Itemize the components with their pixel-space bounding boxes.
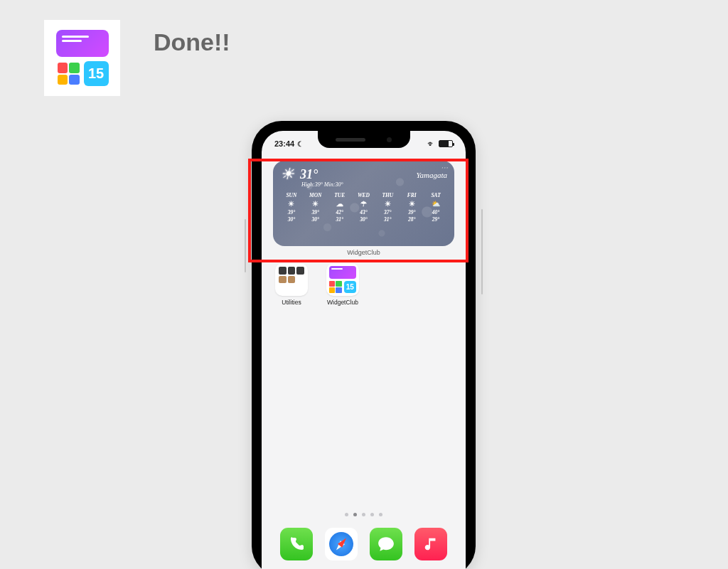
- forecast-day: MON☀39°30°: [304, 192, 327, 223]
- forecast-day: SAT⛅40°29°: [424, 192, 447, 223]
- speaker-icon: [336, 138, 365, 142]
- safari-app[interactable]: [325, 528, 358, 560]
- forecast-day: TUE☁42°31°: [328, 192, 351, 223]
- widgetclub-label: WidgetClub: [324, 299, 361, 306]
- phone-side-button-right: [481, 209, 483, 294]
- forecast-day: THU☀37°31°: [376, 192, 399, 223]
- calendar-icon: 15: [84, 61, 109, 86]
- weather-hilo: High:39° Min:30°: [301, 181, 447, 188]
- grid-icon: [329, 281, 342, 294]
- status-time: 23:44: [274, 139, 294, 148]
- page-dot[interactable]: [353, 513, 357, 516]
- wifi-icon: ᯤ: [427, 139, 435, 148]
- phone-frame: 23:44 ☾ ᯤ ⋯ ☀ 31° Yamagata High:39° Min:…: [252, 121, 476, 569]
- messages-app[interactable]: [370, 528, 402, 560]
- widget-banner-icon: [329, 266, 356, 279]
- grid-icon: [56, 61, 81, 86]
- weather-current-temp: 31°: [300, 167, 318, 182]
- figure-app-icon: 15: [44, 20, 120, 96]
- forecast-day: FRI☀39°28°: [400, 192, 423, 223]
- widget-banner-icon: [56, 30, 109, 57]
- calendar-icon: 15: [344, 281, 357, 294]
- widget-subicons: 15: [56, 61, 109, 86]
- utilities-label: Utilities: [273, 299, 310, 306]
- weather-widget[interactable]: ⋯ ☀ 31° Yamagata High:39° Min:30° SUN☀39…: [273, 161, 454, 246]
- widgetclub-app[interactable]: 15 WidgetClub: [324, 263, 361, 306]
- weather-city: Yamagata: [416, 171, 447, 179]
- page-dot[interactable]: [379, 513, 382, 516]
- forecast-day: WED☂43°30°: [353, 192, 375, 223]
- weather-forecast-row: SUN☀39°30°MON☀39°30°TUE☁42°31°WED☂43°30°…: [280, 192, 447, 223]
- page-dot[interactable]: [370, 513, 374, 516]
- do-not-disturb-icon: ☾: [297, 140, 304, 148]
- dock: [262, 525, 466, 569]
- page-dot[interactable]: [345, 513, 348, 516]
- page-dot[interactable]: [362, 513, 365, 516]
- phone-screen[interactable]: 23:44 ☾ ᯤ ⋯ ☀ 31° Yamagata High:39° Min:…: [262, 131, 466, 569]
- page-title: Done!!: [154, 28, 230, 56]
- compass-icon: [329, 532, 353, 556]
- weather-sun-icon: ☀: [280, 165, 294, 184]
- home-apps: Utilities 15 WidgetClub: [273, 263, 361, 306]
- camera-icon: [387, 137, 392, 142]
- music-app[interactable]: [414, 528, 447, 560]
- page-indicator[interactable]: [262, 513, 466, 516]
- battery-icon: [439, 140, 453, 147]
- phone-notch: [318, 131, 410, 148]
- utilities-folder[interactable]: Utilities: [273, 263, 310, 306]
- forecast-day: SUN☀39°30°: [280, 192, 303, 223]
- phone-app[interactable]: [280, 528, 313, 560]
- widget-label: WidgetClub: [262, 249, 466, 256]
- phone-side-button-left: [245, 219, 246, 272]
